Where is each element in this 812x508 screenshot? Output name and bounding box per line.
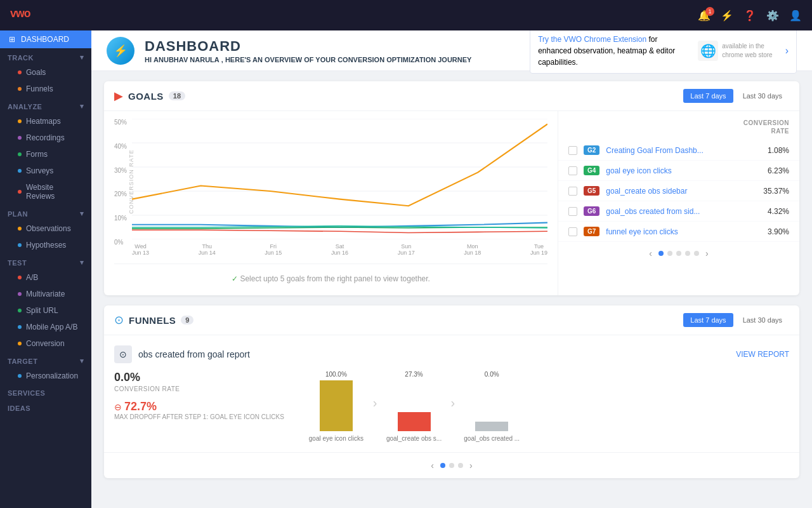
- sidebar-section-track[interactable]: TRACK ▾: [0, 48, 91, 64]
- top-bar-icons: 🔔1 ⚡ ❓ ⚙️ 👤: [698, 10, 802, 22]
- sidebar-item-funnels[interactable]: Funnels: [0, 81, 91, 97]
- user-icon[interactable]: 👤: [789, 10, 802, 22]
- sidebar-item-forms[interactable]: Forms: [0, 146, 91, 163]
- sidebar-item-goals[interactable]: Goals: [0, 64, 91, 81]
- goals-dot-0[interactable]: [658, 251, 664, 256]
- goals-dot-2[interactable]: [676, 251, 681, 256]
- goals-pagination: ‹ ›: [558, 242, 799, 265]
- goal-checkbox-1[interactable]: [568, 166, 577, 175]
- notification-badge: 1: [705, 7, 714, 16]
- goal-checkbox-3[interactable]: [568, 207, 577, 216]
- goals-prev[interactable]: ‹: [646, 248, 655, 258]
- goal-checkbox-4[interactable]: [568, 227, 577, 236]
- sidebar-section-test[interactable]: TEST ▾: [0, 253, 91, 269]
- sidebar-item-multivariate[interactable]: Multivariate: [0, 286, 91, 302]
- y-axis-50: 50%: [114, 119, 127, 126]
- x-label-2: FriJun 15: [265, 243, 282, 256]
- goals-dot-3[interactable]: [685, 251, 690, 256]
- goals-date-tabs: Last 7 days Last 30 days: [683, 89, 789, 103]
- sidebar-item-ab[interactable]: A/B: [0, 269, 91, 286]
- funnels-next[interactable]: ›: [467, 460, 475, 471]
- goal-name-0[interactable]: Creating Goal From Dashb...: [606, 146, 761, 155]
- sidebar-item-website-reviews[interactable]: Website Reviews: [0, 179, 91, 204]
- goal-rate-0: 1.08%: [768, 146, 789, 155]
- notification-icon[interactable]: 🔔1: [698, 10, 710, 22]
- banner-link[interactable]: Try the VWO Chrome Extension: [538, 35, 646, 44]
- goal-rate-3: 4.32%: [768, 207, 789, 216]
- funnels-tab-7days[interactable]: Last 7 days: [683, 313, 733, 327]
- goals-dot-1[interactable]: [667, 251, 672, 256]
- goals-dot-4[interactable]: [694, 251, 699, 256]
- conversion-dot: [18, 342, 22, 345]
- goal-checkbox-0[interactable]: [568, 146, 577, 155]
- funnels-count: 9: [181, 316, 193, 324]
- bar-label-2: goal_obs created ...: [464, 435, 520, 442]
- goal-row-4[interactable]: G7 funnel eye icon clicks 3.90%: [558, 222, 799, 242]
- sidebar-item-surveys[interactable]: Surveys: [0, 163, 91, 179]
- dashboard-icon: ⊞: [8, 35, 16, 44]
- funnel-arrow-1: ›: [446, 396, 461, 410]
- ab-label: A/B: [26, 273, 38, 282]
- svg-text:vwo: vwo: [10, 7, 31, 20]
- goal-name-4[interactable]: funnel eye icon clicks: [606, 227, 761, 236]
- sidebar-item-observations[interactable]: Observations: [0, 220, 91, 237]
- help-icon[interactable]: ❓: [743, 10, 756, 22]
- bar-pct-0: 100.0%: [325, 371, 347, 378]
- y-axis-0: 0%: [114, 239, 127, 246]
- dropoff-sub: MAX DROPOFF AFTER STEP 1: GOAL EYE ICON …: [114, 413, 284, 420]
- test-chevron: ▾: [80, 258, 84, 267]
- funnels-dot-1[interactable]: [449, 463, 454, 468]
- sidebar-item-dashboard[interactable]: ⊞ DASHBOARD: [0, 30, 91, 48]
- track-label: TRACK: [8, 54, 34, 62]
- goal-name-1[interactable]: goal eye icon clicks: [606, 166, 761, 175]
- analyze-chevron: ▾: [80, 102, 84, 110]
- sidebar-item-conversion[interactable]: Conversion: [0, 335, 91, 352]
- pulse-icon[interactable]: ⚡: [721, 10, 733, 22]
- goals-next[interactable]: ›: [703, 248, 711, 258]
- surveys-dot: [18, 169, 22, 173]
- sidebar-item-personalization[interactable]: Personalization: [0, 368, 91, 384]
- vwo-logo[interactable]: vwo: [10, 6, 36, 25]
- split-url-label: Split URL: [26, 306, 58, 315]
- sidebar-section-analyze[interactable]: ANALYZE ▾: [0, 97, 91, 113]
- sidebar: ⊞ DASHBOARD TRACK ▾ Goals Funnels ANALYZ…: [0, 30, 91, 508]
- sidebar-section-target[interactable]: TARGET ▾: [0, 352, 91, 368]
- funnels-dot-2[interactable]: [458, 463, 463, 468]
- sidebar-item-split-url[interactable]: Split URL: [0, 302, 91, 319]
- main-content: ⚡ DASHBOARD HI ANUBHAV NARULA , HERE'S A…: [91, 30, 812, 508]
- bar-pct-2: 0.0%: [485, 371, 499, 378]
- x-label-0: WedJun 13: [132, 243, 149, 256]
- sidebar-section-services[interactable]: SERVICES: [0, 384, 91, 399]
- funnels-tab-30days[interactable]: Last 30 days: [736, 313, 789, 327]
- goal-rate-2: 35.37%: [763, 187, 789, 196]
- banner-arrow[interactable]: ›: [785, 45, 789, 57]
- recordings-dot: [18, 136, 22, 140]
- goal-name-2[interactable]: goal_create obs sidebar: [606, 187, 757, 196]
- sidebar-section-ideas[interactable]: IDEAS: [0, 399, 91, 415]
- sidebar-section-plan[interactable]: PLAN ▾: [0, 204, 91, 220]
- funnels-prev[interactable]: ‹: [428, 460, 436, 471]
- y-axis-10: 10%: [114, 215, 127, 222]
- conversion-metric: 0.0% CONVERSION RATE: [114, 371, 284, 392]
- goal-name-3[interactable]: goal_obs created from sid...: [606, 207, 761, 216]
- surveys-label: Surveys: [26, 166, 53, 175]
- settings-icon[interactable]: ⚙️: [766, 10, 779, 22]
- goal-row-0[interactable]: G2 Creating Goal From Dashb... 1.08%: [558, 140, 799, 161]
- sidebar-item-hypotheses[interactable]: Hypotheses: [0, 237, 91, 253]
- goal-rate-4: 3.90%: [768, 227, 789, 236]
- funnel-bar-1: [398, 412, 431, 431]
- funnels-dot-0[interactable]: [440, 463, 445, 468]
- conversion-rate-label: CONVERSION RATE: [114, 385, 284, 392]
- view-report-link[interactable]: VIEW REPORT: [736, 350, 789, 359]
- goal-checkbox-2[interactable]: [568, 187, 577, 196]
- sidebar-item-recordings[interactable]: Recordings: [0, 130, 91, 146]
- goal-row-2[interactable]: G5 goal_create obs sidebar 35.37%: [558, 181, 799, 201]
- split-url-dot: [18, 309, 22, 312]
- goals-tab-7days[interactable]: Last 7 days: [683, 89, 733, 103]
- goals-tab-30days[interactable]: Last 30 days: [736, 89, 789, 103]
- goal-row-1[interactable]: G4 goal eye icon clicks 6.23%: [558, 161, 799, 181]
- goal-row-3[interactable]: G6 goal_obs created from sid... 4.32%: [558, 201, 799, 222]
- sidebar-item-heatmaps[interactable]: Heatmaps: [0, 113, 91, 130]
- sidebar-item-mobile-app-ab[interactable]: Mobile App A/B: [0, 319, 91, 335]
- funnels-widget: ⊙ FUNNELS 9 Last 7 days Last 30 days ⊙ o…: [104, 305, 799, 478]
